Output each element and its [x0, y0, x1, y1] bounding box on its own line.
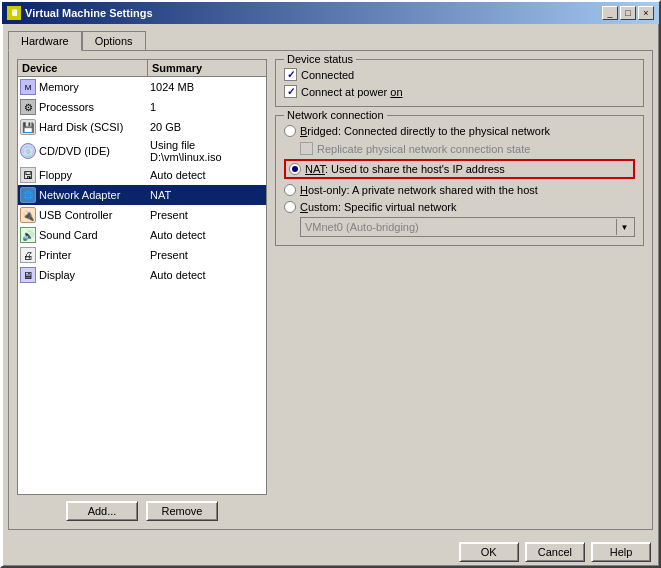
vmnet-dropdown-value: VMnet0 (Auto-bridging) [303, 220, 616, 234]
power-on-label: Connect at power on [301, 86, 403, 98]
cd-icon: 💿 [20, 143, 36, 159]
spacer [275, 254, 644, 521]
network-icon: 🌐 [20, 187, 36, 203]
summary-cell-sound: Auto detect [148, 228, 266, 242]
cancel-button[interactable]: Cancel [525, 542, 585, 562]
close-button[interactable]: × [638, 6, 654, 20]
device-cell-sound: 🔊 Sound Card [18, 226, 148, 244]
main-window: 🖥 Virtual Machine Settings _ □ × Hardwar… [0, 0, 661, 568]
title-bar-text: 🖥 Virtual Machine Settings [7, 6, 153, 20]
table-row[interactable]: M Memory 1024 MB [18, 77, 266, 97]
tabs-bar: Hardware Options [8, 30, 653, 50]
floppy-icon: 🖫 [20, 167, 36, 183]
help-button[interactable]: Help [591, 542, 651, 562]
network-connection-label: Network connection [284, 109, 387, 121]
bridged-radio[interactable] [284, 125, 296, 137]
bridged-label: Bridged: Connected directly to the physi… [300, 125, 550, 137]
right-panel: Device status Connected Connect at power… [275, 59, 644, 521]
host-only-label: Host-only: A private network shared with… [300, 184, 538, 196]
device-cell-usb: 🔌 USB Controller [18, 206, 148, 224]
sound-icon: 🔊 [20, 227, 36, 243]
hdd-icon: 💾 [20, 119, 36, 135]
power-on-row: Connect at power on [284, 85, 635, 98]
summary-cell-cd: Using file D:\vm\linux.iso [148, 138, 266, 164]
summary-cell-usb: Present [148, 208, 266, 222]
col-device-header: Device [18, 60, 148, 76]
device-cell-cd: 💿 CD/DVD (IDE) [18, 142, 148, 160]
table-row-network[interactable]: 🌐 Network Adapter NAT [18, 185, 266, 205]
table-row[interactable]: 🔊 Sound Card Auto detect [18, 225, 266, 245]
usb-icon: 🔌 [20, 207, 36, 223]
printer-icon: 🖨 [20, 247, 36, 263]
connected-row: Connected [284, 68, 635, 81]
footer-buttons: OK Cancel Help [2, 536, 659, 566]
tab-content-hardware: Device Summary M Memory 1024 MB [8, 50, 653, 530]
summary-cell-processors: 1 [148, 100, 266, 114]
nat-radio[interactable] [289, 163, 301, 175]
remove-button[interactable]: Remove [146, 501, 218, 521]
connected-label: Connected [301, 69, 354, 81]
host-only-row: Host-only: A private network shared with… [284, 184, 635, 196]
summary-cell-display: Auto detect [148, 268, 266, 282]
table-row[interactable]: 💿 CD/DVD (IDE) Using file D:\vm\linux.is… [18, 137, 266, 165]
device-cell-network: 🌐 Network Adapter [18, 186, 148, 204]
dropdown-arrow-icon: ▼ [616, 219, 632, 235]
minimize-button[interactable]: _ [602, 6, 618, 20]
ok-button[interactable]: OK [459, 542, 519, 562]
memory-icon: M [20, 79, 36, 95]
custom-row: Custom: Specific virtual network [284, 201, 635, 213]
table-row[interactable]: 🔌 USB Controller Present [18, 205, 266, 225]
nat-highlight-box: NAT: Used to share the host's IP address [284, 159, 635, 179]
main-panels: Device Summary M Memory 1024 MB [17, 59, 644, 521]
replicate-checkbox[interactable] [300, 142, 313, 155]
summary-cell-network: NAT [148, 188, 266, 202]
maximize-button[interactable]: □ [620, 6, 636, 20]
device-cell-hdd: 💾 Hard Disk (SCSI) [18, 118, 148, 136]
replicate-label: Replicate physical network connection st… [317, 143, 530, 155]
add-button[interactable]: Add... [66, 501, 138, 521]
window-content: Hardware Options Device Summary [2, 24, 659, 536]
table-row[interactable]: ⚙ Processors 1 [18, 97, 266, 117]
table-row[interactable]: 🖥 Display Auto detect [18, 265, 266, 285]
summary-cell-printer: Present [148, 248, 266, 262]
vmnet-dropdown[interactable]: VMnet0 (Auto-bridging) ▼ [300, 217, 635, 237]
power-on-checkbox[interactable] [284, 85, 297, 98]
title-bar-controls: _ □ × [602, 6, 654, 20]
table-row[interactable]: 🖫 Floppy Auto detect [18, 165, 266, 185]
device-cell-memory: M Memory [18, 78, 148, 96]
device-status-group: Device status Connected Connect at power… [275, 59, 644, 107]
bridged-row: Bridged: Connected directly to the physi… [284, 125, 635, 137]
table-row[interactable]: 🖨 Printer Present [18, 245, 266, 265]
host-only-radio[interactable] [284, 184, 296, 196]
nat-label: NAT: Used to share the host's IP address [305, 163, 505, 175]
title-bar: 🖥 Virtual Machine Settings _ □ × [2, 2, 659, 24]
display-icon: 🖥 [20, 267, 36, 283]
window-icon: 🖥 [7, 6, 21, 20]
col-summary-header: Summary [148, 60, 266, 76]
table-row[interactable]: 💾 Hard Disk (SCSI) 20 GB [18, 117, 266, 137]
device-cell-processors: ⚙ Processors [18, 98, 148, 116]
connected-checkbox[interactable] [284, 68, 297, 81]
network-connection-group: Network connection Bridged: Connected di… [275, 115, 644, 246]
summary-cell-floppy: Auto detect [148, 168, 266, 182]
left-panel: Device Summary M Memory 1024 MB [17, 59, 267, 521]
cpu-icon: ⚙ [20, 99, 36, 115]
device-cell-printer: 🖨 Printer [18, 246, 148, 264]
custom-label: Custom: Specific virtual network [300, 201, 457, 213]
custom-radio[interactable] [284, 201, 296, 213]
tab-hardware[interactable]: Hardware [8, 31, 82, 51]
device-action-buttons: Add... Remove [17, 501, 267, 521]
nat-row: NAT: Used to share the host's IP address [289, 163, 630, 175]
device-cell-floppy: 🖫 Floppy [18, 166, 148, 184]
device-table: Device Summary M Memory 1024 MB [17, 59, 267, 495]
tab-options[interactable]: Options [82, 31, 146, 51]
summary-cell-memory: 1024 MB [148, 80, 266, 94]
replicate-row: Replicate physical network connection st… [300, 142, 635, 155]
summary-cell-hdd: 20 GB [148, 120, 266, 134]
device-status-label: Device status [284, 53, 356, 65]
device-table-header: Device Summary [18, 60, 266, 77]
device-cell-display: 🖥 Display [18, 266, 148, 284]
